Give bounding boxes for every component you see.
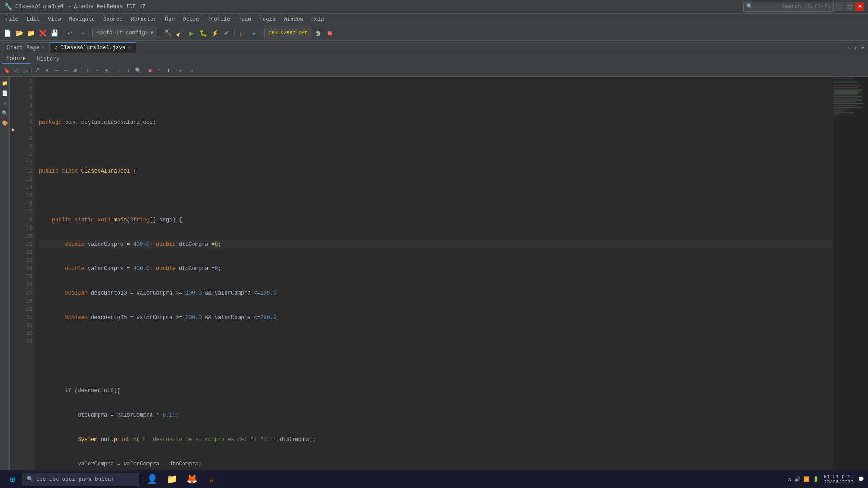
tab-prev-button[interactable]: ‹ — [846, 43, 852, 52]
sidebar-services-icon[interactable]: ⚙ — [0, 99, 9, 108]
close-button[interactable]: ✕ — [855, 2, 864, 11]
menu-source[interactable]: Source — [99, 15, 126, 24]
taskbar-avatar[interactable]: 👤 — [143, 471, 161, 488]
tab-history[interactable]: History — [32, 55, 64, 64]
menu-debug[interactable]: Debug — [179, 15, 203, 24]
pause-button[interactable]: ⏸ — [165, 66, 174, 75]
sidebar-palette-icon[interactable]: 🎨 — [0, 118, 9, 127]
editor-tb-sep-4 — [144, 67, 144, 74]
open-file-button[interactable]: 📁 — [25, 28, 36, 38]
gutter-item-25 — [10, 272, 17, 280]
sidebar-icons: 📁 📄 ⚙ 🔍 🎨 — [0, 77, 10, 475]
ln-27: 27 — [17, 289, 33, 297]
close-project-button[interactable]: ❌ — [37, 28, 48, 38]
next-occurrence-button[interactable]: ↓ — [124, 66, 133, 75]
stop-debug-button[interactable]: □ — [155, 66, 164, 75]
config-label: <default config> — [96, 30, 148, 36]
config-dropdown[interactable]: <default config> ▼ — [92, 28, 157, 38]
run-to-cursor-button[interactable]: ■ — [146, 66, 155, 75]
outdent-button[interactable]: ← — [61, 66, 71, 75]
memory-indicator[interactable]: 264.9/567.0MB — [264, 28, 311, 38]
clock-time: 01:51 p.m. — [824, 474, 854, 479]
menu-window[interactable]: Window — [280, 15, 307, 24]
open-project-button[interactable]: 📂 — [14, 28, 24, 38]
tab-start-page-close[interactable]: × — [42, 46, 45, 51]
find-usages-button[interactable]: 🔍 — [133, 66, 142, 75]
new-project-button[interactable]: 📄 — [2, 28, 13, 38]
ln-24: 24 — [17, 265, 33, 273]
menu-navigate[interactable]: Navigate — [65, 15, 99, 24]
start-button[interactable]: ⊞ — [4, 471, 22, 488]
code-line-3 — [39, 143, 832, 151]
profile-project-button[interactable]: ⚡ — [209, 28, 220, 38]
taskbar-explorer[interactable]: 📁 — [163, 471, 181, 488]
taskbar-search-box[interactable]: 🔍 Escribe aquí para buscar — [22, 473, 139, 486]
save-all-button[interactable]: 💾 — [49, 28, 60, 38]
gutter-item-26 — [10, 280, 17, 288]
maximize-button[interactable]: □ — [845, 2, 854, 11]
comment-button[interactable]: // — [33, 66, 42, 75]
expand-button[interactable]: + — [83, 66, 92, 75]
tab-active-file[interactable]: J ClasesAluraJoel.java × — [50, 42, 136, 53]
mm-l15 — [833, 103, 864, 104]
menu-refactor[interactable]: Refactor — [127, 15, 160, 24]
sidebar-files-icon[interactable]: 📄 — [0, 89, 9, 98]
menu-tools[interactable]: Tools — [256, 15, 279, 24]
run-project-button[interactable]: ▶ — [186, 28, 197, 38]
expand-all-button[interactable]: ⊞ — [102, 66, 111, 75]
ln-18: 18 — [17, 216, 33, 224]
menu-run[interactable]: Run — [161, 15, 179, 24]
taskbar-notification-icon[interactable]: 💬 — [858, 476, 864, 482]
editor-extra-2[interactable]: ⇒ — [186, 66, 195, 75]
editor-tb-sep-1 — [31, 67, 32, 74]
run-file-button[interactable]: ▷ — [237, 28, 248, 38]
tab-active-close[interactable]: × — [128, 46, 131, 51]
debug-file-button[interactable]: ▸ — [249, 28, 259, 38]
test-button[interactable]: ✔ — [221, 28, 232, 38]
editor-extra-1[interactable]: ⇐ — [177, 66, 186, 75]
gutter-item-16 — [10, 199, 17, 207]
taskbar-browser[interactable]: 🦊 — [183, 471, 201, 488]
ln-10: 10 — [17, 151, 33, 159]
build-button[interactable]: 🔨 — [162, 28, 173, 38]
tab-source[interactable]: Source — [2, 54, 30, 64]
ln-13: 13 — [17, 175, 33, 183]
prev-occurrence-button[interactable]: ↑ — [114, 66, 123, 75]
ln-22: 22 — [17, 249, 33, 257]
menu-view[interactable]: View — [44, 15, 65, 24]
redo-button[interactable]: ↪ — [76, 28, 87, 38]
minimize-button[interactable]: ─ — [835, 2, 844, 11]
taskbar-tray-icons: ∧ 🔊 📶 🔋 — [788, 476, 819, 482]
menu-team[interactable]: Team — [235, 15, 255, 24]
menu-help[interactable]: Help — [308, 15, 328, 24]
code-line-15: System.out.println("El descuento de su c… — [39, 436, 832, 444]
menu-file[interactable]: File — [2, 15, 22, 24]
collapse-button[interactable]: - — [93, 66, 102, 75]
ln-17: 17 — [17, 208, 33, 216]
ln-14: 14 — [17, 183, 33, 192]
indent-button[interactable]: → — [52, 66, 61, 75]
tab-next-button[interactable]: › — [853, 43, 859, 52]
next-bookmark-button[interactable]: ▷ — [21, 66, 30, 75]
prev-bookmark-button[interactable]: ◁ — [11, 66, 20, 75]
clean-build-button[interactable]: 🧹 — [174, 28, 185, 38]
undo-button[interactable]: ↩ — [65, 28, 75, 38]
tab-start-page[interactable]: Start Page × — [2, 42, 50, 53]
stop-button[interactable]: ⏹ — [324, 28, 335, 38]
menu-profile[interactable]: Profile — [204, 15, 234, 24]
tab-list-button[interactable]: ▾ — [859, 43, 866, 52]
taskbar-app-netbeans[interactable]: ☕ — [203, 471, 221, 488]
menu-edit[interactable]: Edit — [23, 15, 43, 24]
format-button[interactable]: ≡ — [71, 66, 80, 75]
gc-button[interactable]: 🗑 — [312, 28, 323, 38]
code-area[interactable]: ▶ — [10, 77, 868, 475]
gutter-item-19 — [10, 223, 17, 231]
title-search-box[interactable]: 🔍 Search (Ctrl+I) — [743, 2, 834, 12]
sidebar-projects-icon[interactable]: 📁 — [0, 79, 9, 88]
uncomment-button[interactable]: // — [42, 66, 52, 75]
debug-project-button[interactable]: 🐛 — [198, 28, 208, 38]
title-bar: 🔧 ClasesAluraJoel - Apache NetBeans IDE … — [0, 0, 868, 14]
sidebar-inspector-icon[interactable]: 🔍 — [0, 108, 9, 117]
code-content[interactable]: package com.joeytas.clasesalurajoel; pub… — [35, 77, 832, 475]
toggle-bookmark-button[interactable]: 🔖 — [2, 66, 11, 75]
